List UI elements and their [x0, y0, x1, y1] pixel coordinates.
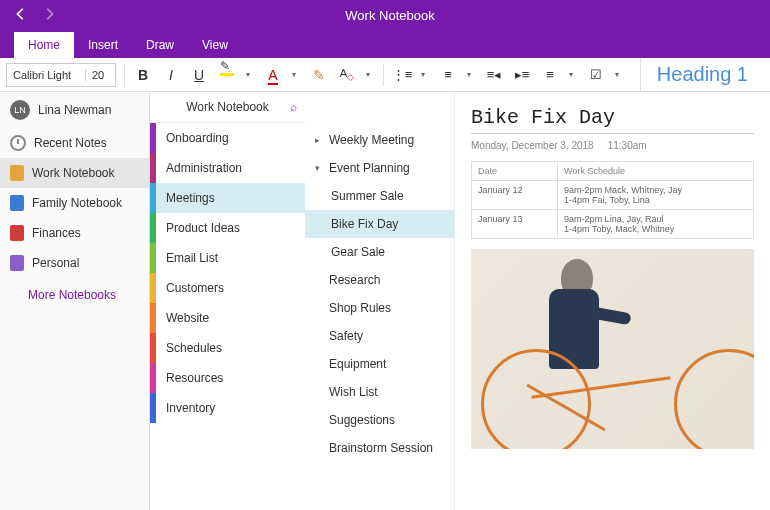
page-item[interactable]: ▸Weekly Meeting	[305, 126, 454, 154]
section-item[interactable]: Email List	[150, 243, 305, 273]
page-item[interactable]: Bike Fix Day	[305, 210, 454, 238]
search-icon[interactable]: ⌕	[290, 100, 297, 114]
sidebar-item-label: Personal	[32, 256, 79, 270]
outdent-button[interactable]: ≡◂	[480, 61, 508, 89]
section-item[interactable]: Inventory	[150, 393, 305, 423]
page-label: Weekly Meeting	[329, 133, 414, 147]
italic-button[interactable]: I	[157, 61, 185, 89]
page-label: Event Planning	[329, 161, 410, 175]
page-item[interactable]: Research	[305, 266, 454, 294]
user-name: Lina Newman	[38, 103, 111, 117]
page-label: Gear Sale	[331, 245, 385, 259]
sidebar-item-label: Finances	[32, 226, 81, 240]
notebook-icon	[10, 195, 24, 211]
page-item[interactable]: Brainstorm Session	[305, 434, 454, 462]
section-label: Onboarding	[156, 131, 229, 145]
indent-button[interactable]: ▸≡	[508, 61, 536, 89]
section-label: Meetings	[156, 191, 215, 205]
sidebar-notebook-item[interactable]: Finances	[0, 218, 149, 248]
align-dropdown[interactable]: ▾	[560, 61, 582, 89]
page-item[interactable]: Shop Rules	[305, 294, 454, 322]
sidebar-notebook-item[interactable]: Work Notebook	[0, 158, 149, 188]
sidebar-notebook-item[interactable]: Family Notebook	[0, 188, 149, 218]
clock-icon	[10, 135, 26, 151]
page-label: Bike Fix Day	[331, 217, 398, 231]
section-item[interactable]: Customers	[150, 273, 305, 303]
section-item[interactable]: Resources	[150, 363, 305, 393]
section-label: Email List	[156, 251, 218, 265]
section-item[interactable]: Website	[150, 303, 305, 333]
tab-draw[interactable]: Draw	[132, 32, 188, 58]
page-item[interactable]: Summer Sale	[305, 182, 454, 210]
section-label: Administration	[156, 161, 242, 175]
tab-insert[interactable]: Insert	[74, 32, 132, 58]
page-label: Research	[329, 273, 380, 287]
page-item[interactable]: Safety	[305, 322, 454, 350]
more-notebooks-link[interactable]: More Notebooks	[0, 278, 149, 312]
notebook-icon	[10, 225, 24, 241]
table-header: Date	[472, 162, 558, 181]
table-header: Work Schedule	[558, 162, 754, 181]
section-label: Customers	[156, 281, 224, 295]
page-item[interactable]: Gear Sale	[305, 238, 454, 266]
notebook-icon	[10, 255, 24, 271]
schedule-table[interactable]: DateWork Schedule January 129am-2pm Mack…	[471, 161, 754, 239]
highlight-dropdown[interactable]: ▾	[237, 61, 259, 89]
tab-view[interactable]: View	[188, 32, 242, 58]
section-label: Schedules	[156, 341, 222, 355]
section-item[interactable]: Meetings	[150, 183, 305, 213]
style-picker[interactable]: Heading 1	[640, 58, 764, 91]
page-time: 11:30am	[608, 140, 647, 151]
tab-home[interactable]: Home	[14, 32, 74, 58]
page-item[interactable]: Wish List	[305, 378, 454, 406]
bullet-list-dropdown[interactable]: ▾	[412, 61, 434, 89]
table-row[interactable]: January 129am-2pm Mack, Whitney, Jay1-4p…	[472, 181, 754, 210]
font-color-dropdown[interactable]: ▾	[283, 61, 305, 89]
bold-button[interactable]: B	[129, 61, 157, 89]
underline-button[interactable]: U	[185, 61, 213, 89]
table-cell[interactable]: January 13	[472, 210, 558, 239]
todo-tag-dropdown[interactable]: ▾	[606, 61, 628, 89]
page-item[interactable]: ▾Event Planning	[305, 154, 454, 182]
sidebar-item-label: Recent Notes	[34, 136, 107, 150]
section-label: Product Ideas	[156, 221, 240, 235]
text-highlight-button[interactable]: ✎	[305, 61, 333, 89]
page-label: Shop Rules	[329, 301, 391, 315]
page-item[interactable]: Suggestions	[305, 406, 454, 434]
sidebar-notebook-item[interactable]: Personal	[0, 248, 149, 278]
table-cell[interactable]: January 12	[472, 181, 558, 210]
table-cell[interactable]: 9am-2pm Mack, Whitney, Jay1-4pm Fai, Tob…	[558, 181, 754, 210]
section-item[interactable]: Onboarding	[150, 123, 305, 153]
section-label: Inventory	[156, 401, 215, 415]
section-item[interactable]: Product Ideas	[150, 213, 305, 243]
font-family-select[interactable]: Calibri Light	[7, 69, 85, 81]
section-item[interactable]: Administration	[150, 153, 305, 183]
page-item[interactable]: Equipment	[305, 350, 454, 378]
back-button[interactable]	[14, 7, 28, 24]
clear-format-dropdown[interactable]: ▾	[357, 61, 379, 89]
notebook-title[interactable]: Work Notebook	[186, 100, 268, 114]
page-title[interactable]: Bike Fix Day	[471, 106, 754, 134]
notebook-sidebar: LN Lina Newman Recent Notes Work Noteboo…	[0, 92, 150, 510]
sections-column: Work Notebook ⌕ OnboardingAdministration…	[150, 92, 305, 510]
forward-button[interactable]	[42, 7, 56, 24]
page-content: Bike Fix Day Monday, December 3, 2018 11…	[455, 92, 770, 510]
page-label: Wish List	[329, 385, 378, 399]
page-label: Suggestions	[329, 413, 395, 427]
sidebar-recent-notes[interactable]: Recent Notes	[0, 128, 149, 158]
section-item[interactable]: Schedules	[150, 333, 305, 363]
avatar[interactable]: LN	[10, 100, 30, 120]
page-date: Monday, December 3, 2018	[471, 140, 594, 151]
page-label: Brainstorm Session	[329, 441, 433, 455]
table-cell[interactable]: 9am-2pm Lina, Jay, Raul1-4pm Toby, Mack,…	[558, 210, 754, 239]
font-size-select[interactable]: 20	[85, 69, 115, 81]
table-row[interactable]: January 139am-2pm Lina, Jay, Raul1-4pm T…	[472, 210, 754, 239]
chevron-right-icon: ▸	[315, 135, 325, 145]
number-list-dropdown[interactable]: ▾	[458, 61, 480, 89]
sidebar-item-label: Work Notebook	[32, 166, 114, 180]
page-label: Safety	[329, 329, 363, 343]
embedded-image[interactable]	[471, 249, 754, 449]
section-label: Resources	[156, 371, 223, 385]
page-label: Summer Sale	[331, 189, 404, 203]
window-title: Work Notebook	[70, 8, 710, 23]
